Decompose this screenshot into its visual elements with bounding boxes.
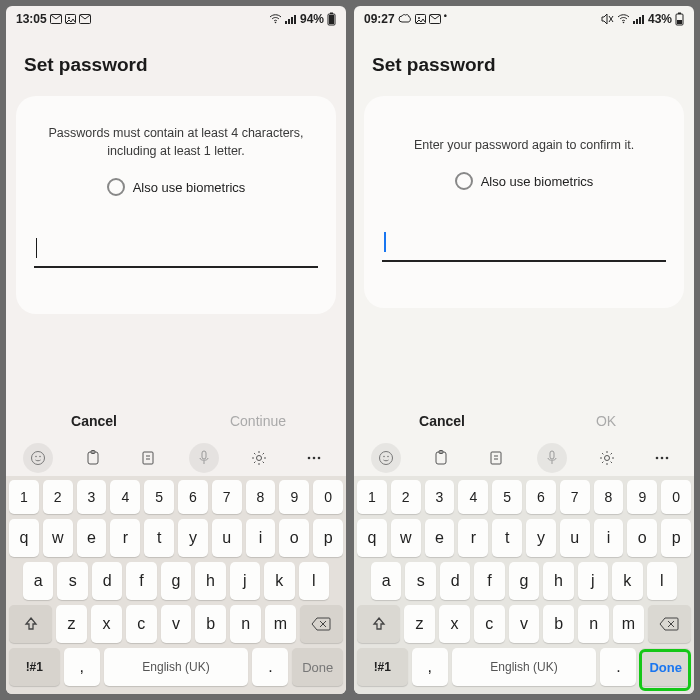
key-d[interactable]: d [92,562,122,600]
key-l[interactable]: l [647,562,677,600]
gear-icon[interactable] [592,443,622,473]
emoji-icon[interactable] [23,443,53,473]
clipboard-icon[interactable] [78,443,108,473]
key-z[interactable]: z [404,605,435,643]
key-3[interactable]: 3 [425,480,455,514]
key-4[interactable]: 4 [458,480,488,514]
key-f[interactable]: f [474,562,504,600]
key-5[interactable]: 5 [144,480,174,514]
text-icon[interactable] [481,443,511,473]
mic-icon[interactable] [189,443,219,473]
password-input-wrap[interactable] [382,232,666,262]
key-y[interactable]: y [526,519,556,557]
key-6[interactable]: 6 [526,480,556,514]
key-2[interactable]: 2 [43,480,73,514]
key-l[interactable]: l [299,562,329,600]
key-g[interactable]: g [509,562,539,600]
biometrics-option[interactable]: Also use biometrics [107,178,246,196]
key-t[interactable]: t [144,519,174,557]
key-1[interactable]: 1 [9,480,39,514]
key-z[interactable]: z [56,605,87,643]
key-q[interactable]: q [9,519,39,557]
key-t[interactable]: t [492,519,522,557]
mic-icon[interactable] [537,443,567,473]
key-m[interactable]: m [613,605,644,643]
key-x[interactable]: x [439,605,470,643]
key-7[interactable]: 7 [560,480,590,514]
key-v[interactable]: v [161,605,192,643]
key-y[interactable]: y [178,519,208,557]
key-4[interactable]: 4 [110,480,140,514]
key-u[interactable]: u [560,519,590,557]
key-b[interactable]: b [543,605,574,643]
key-q[interactable]: q [357,519,387,557]
key-5[interactable]: 5 [492,480,522,514]
dot-key[interactable]: . [600,648,636,686]
ok-button[interactable]: OK [524,413,688,429]
key-p[interactable]: p [661,519,691,557]
key-j[interactable]: j [230,562,260,600]
shift-key[interactable] [357,605,400,643]
comma-key[interactable]: , [64,648,100,686]
key-j[interactable]: j [578,562,608,600]
key-o[interactable]: o [627,519,657,557]
emoji-icon[interactable] [371,443,401,473]
key-s[interactable]: s [57,562,87,600]
key-w[interactable]: w [391,519,421,557]
cancel-button[interactable]: Cancel [12,413,176,429]
key-h[interactable]: h [543,562,573,600]
key-2[interactable]: 2 [391,480,421,514]
symbols-key[interactable]: !#1 [9,648,60,686]
key-8[interactable]: 8 [594,480,624,514]
key-c[interactable]: c [474,605,505,643]
key-e[interactable]: e [77,519,107,557]
comma-key[interactable]: , [412,648,448,686]
key-9[interactable]: 9 [279,480,309,514]
more-icon[interactable] [299,443,329,473]
done-key[interactable]: Done [640,648,691,686]
key-0[interactable]: 0 [661,480,691,514]
password-input-wrap[interactable] [34,238,318,268]
key-w[interactable]: w [43,519,73,557]
key-p[interactable]: p [313,519,343,557]
continue-button[interactable]: Continue [176,413,340,429]
key-a[interactable]: a [23,562,53,600]
key-r[interactable]: r [458,519,488,557]
shift-key[interactable] [9,605,52,643]
key-n[interactable]: n [578,605,609,643]
key-a[interactable]: a [371,562,401,600]
key-x[interactable]: x [91,605,122,643]
dot-key[interactable]: . [252,648,288,686]
key-9[interactable]: 9 [627,480,657,514]
key-c[interactable]: c [126,605,157,643]
space-key[interactable]: English (UK) [104,648,249,686]
backspace-key[interactable] [648,605,691,643]
key-h[interactable]: h [195,562,225,600]
key-u[interactable]: u [212,519,242,557]
gear-icon[interactable] [244,443,274,473]
more-icon[interactable] [647,443,677,473]
key-f[interactable]: f [126,562,156,600]
key-b[interactable]: b [195,605,226,643]
key-k[interactable]: k [264,562,294,600]
key-o[interactable]: o [279,519,309,557]
cancel-button[interactable]: Cancel [360,413,524,429]
key-1[interactable]: 1 [357,480,387,514]
key-i[interactable]: i [246,519,276,557]
key-v[interactable]: v [509,605,540,643]
key-m[interactable]: m [265,605,296,643]
text-icon[interactable] [133,443,163,473]
biometrics-option[interactable]: Also use biometrics [455,172,594,190]
key-i[interactable]: i [594,519,624,557]
clipboard-icon[interactable] [426,443,456,473]
key-7[interactable]: 7 [212,480,242,514]
symbols-key[interactable]: !#1 [357,648,408,686]
key-0[interactable]: 0 [313,480,343,514]
key-8[interactable]: 8 [246,480,276,514]
backspace-key[interactable] [300,605,343,643]
key-r[interactable]: r [110,519,140,557]
key-d[interactable]: d [440,562,470,600]
done-key[interactable]: Done [292,648,343,686]
key-n[interactable]: n [230,605,261,643]
key-3[interactable]: 3 [77,480,107,514]
